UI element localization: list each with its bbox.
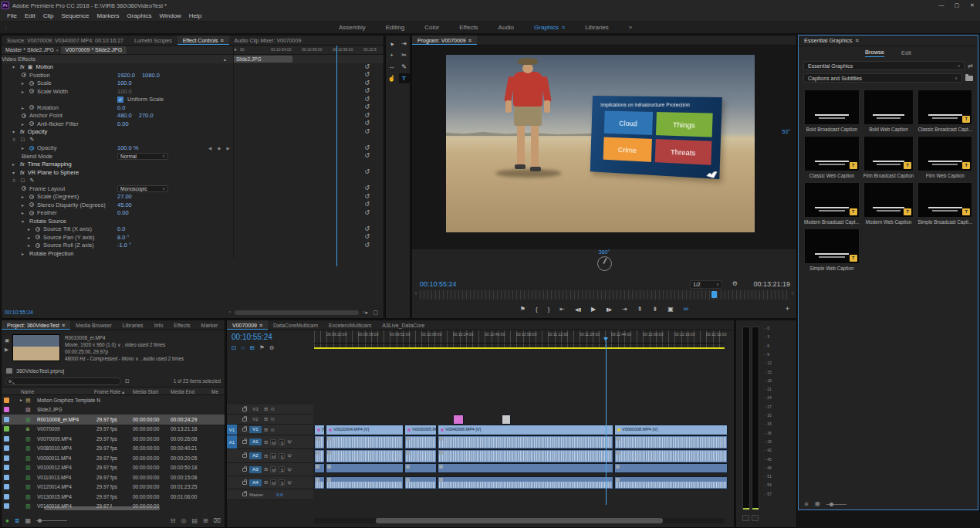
program-timecode[interactable]: 00:10:55:24 [420,280,457,288]
preview-play-icon[interactable]: ▶ [5,347,12,353]
track-lock-icon[interactable] [242,468,247,472]
audio-clip[interactable] [614,449,728,463]
workspace-tab-assembly[interactable]: Assembly [329,24,375,31]
reset-parameter-button[interactable]: ↺ [364,96,370,104]
track-header-a4[interactable]: A4⊞MSΨ [227,476,313,489]
keyframe-lane[interactable] [233,217,384,225]
scrollbar-thumb[interactable] [376,518,663,523]
vr-orientation-dial[interactable] [597,256,612,271]
source-patch[interactable] [227,463,237,476]
horizontal-scrollbar[interactable] [235,310,359,315]
reset-parameter-button[interactable]: ↺ [364,193,370,201]
track-target-a3[interactable]: A3 [249,466,262,473]
audio-clip[interactable] [314,463,325,473]
audio-clip[interactable] [326,435,404,449]
keyframe-lane[interactable]: ↺ [233,103,384,112]
keyframe-lane[interactable]: ↺ [233,112,384,120]
twirl-icon[interactable]: ▸ [22,194,26,199]
nest-sequence-toggle[interactable]: ⊡ [231,344,236,351]
column-header-media-start[interactable]: Media Start [133,389,158,394]
param-value[interactable]: 0.0 [117,225,125,232]
keyframe-lane[interactable]: ↺ [233,184,384,193]
label-color-swatch[interactable] [4,417,9,422]
track-header-v1[interactable]: V1V1⊞⊙ [227,425,313,435]
reset-parameter-button[interactable]: ↺ [364,209,370,218]
solo-button[interactable]: S [279,466,285,472]
column-header-frame-rate[interactable]: Frame Rate ▴ [94,389,124,395]
vr-angle-value[interactable]: 360° [412,249,796,255]
sequence-tab-exceleromulticam[interactable]: ExceleroMulticam [323,320,377,330]
mute-button[interactable]: M [270,466,276,472]
stopwatch-icon[interactable] [35,235,40,239]
menu-window[interactable]: Window [155,12,184,19]
param-value[interactable]: 8.0 ° [117,234,130,241]
reset-parameter-button[interactable]: ↺ [364,120,370,128]
reset-parameter-button[interactable]: ↺ [364,71,370,80]
project-row-v0070009-mp4[interactable]: ▥V0070009.MP429.97 fps00:00:00:0000:00:2… [2,434,225,444]
panel-tab-effect-controls[interactable]: Effect Controls≡ [177,36,229,45]
project-row-v0110013-mp4[interactable]: ▥V0110013.MP429.97 fps00:00:00:0000:00:1… [2,472,225,482]
project-tab-media-browser[interactable]: Media Browser [70,320,117,330]
twirl-icon[interactable]: ▸ [28,235,32,240]
menu-clip[interactable]: Clip [39,12,58,19]
reset-parameter-button[interactable]: ↺ [364,103,370,112]
effect-row-scale[interactable]: ▸Scale100.0↺ [2,80,384,88]
project-tab-effects[interactable]: Effects [168,320,195,330]
keyframe-lane[interactable]: ↺ [233,87,384,96]
type-tool[interactable]: T [399,73,410,83]
add-marker-button[interactable]: ⚑ [259,344,265,351]
mute-button[interactable]: M [270,479,276,486]
track-target-a4[interactable]: A4 [249,479,262,486]
keyframe-lane[interactable]: ↺ [233,152,384,161]
effect-row-anti-flicker-filter[interactable]: ▸Anti-flicker Filter0.00↺ [2,120,384,128]
solo-button[interactable]: S [279,479,285,486]
timeline-clip-v0030005-mp4-v[interactable]: V0030005.MP4 [V] [404,425,437,435]
effect-row-scale-degrees[interactable]: ▸Scale (Degrees)27.00↺ [2,193,384,201]
reset-parameter-button[interactable]: ↺ [364,184,370,193]
menu-file[interactable]: File [3,12,21,19]
effect-row-source-tilt-x-axis[interactable]: ▸Source Tilt (X axis)0.0↺ [2,225,384,234]
project-row-r0010008-er-mp4[interactable]: ▥R0010008_er.MP429.97 fps00:00:00:0000:0… [2,415,225,425]
track-header-a1[interactable]: A1A1⊞MSΨ [227,435,313,449]
project-row-v0070009[interactable]: ≣V007000929.97 fps00:00:00:0000:13:21:18 [2,425,225,435]
audio-clip[interactable] [614,435,728,449]
timeline-clip-v0040006-mp4-v[interactable]: V0040006.MP4 [V] [438,425,613,435]
solo-button[interactable]: S [279,439,285,445]
minimize-button[interactable]: — [934,2,949,8]
audio-clip[interactable] [614,476,728,489]
audio-clip[interactable] [326,463,404,473]
voice-over-record-icon[interactable]: Ψ [287,453,291,459]
project-file-row[interactable]: 360VideoTest.prproj [2,366,225,375]
keyframe-lane[interactable]: ↺ [233,225,384,234]
param-value[interactable]: 100.0 [117,80,132,86]
close-button[interactable]: ✕ [965,2,980,8]
effect-controls-playhead[interactable] [336,46,337,266]
source-patch[interactable] [227,404,237,414]
menu-markers[interactable]: Markers [93,12,123,19]
reset-parameter-button[interactable]: ↺ [364,80,370,88]
project-row-slide2-jpg[interactable]: ▨Slide2.JPG [2,405,225,415]
twirl-icon[interactable]: ▾ [12,129,17,134]
workspace-tab-libraries[interactable]: Libraries [576,24,618,31]
track-lock-icon[interactable] [242,428,247,432]
twirl-icon[interactable]: ▸ [28,242,32,248]
toggle-effects-button[interactable]: ▢ [373,310,378,316]
program-tab[interactable]: Program: V0070009 ≡ [412,36,477,45]
template-simple-web-caption[interactable]: TSimple Web Caption [804,228,860,271]
project-tab-marker[interactable]: Marker [196,320,224,330]
project-tab-libraries[interactable]: Libraries [117,320,149,330]
param-value[interactable]: 100.0 [117,88,132,95]
workspace-tab-effects[interactable]: Effects [450,24,487,31]
solo-button[interactable]: S [279,453,285,459]
keyframe-lane[interactable] [233,161,384,169]
collapse-lane-icon[interactable]: ▸ [235,46,237,52]
panel-tab-source[interactable]: Source: V0070009: V0340007.MP4: 00:10:16… [2,36,129,45]
track-header-a3[interactable]: A3⊞MSΨ [227,463,313,476]
icon-view-button[interactable]: ▦ [25,517,32,524]
keyframe-lane[interactable]: ↺ [233,128,384,137]
poster-frame-icon[interactable]: ▣ [5,337,12,344]
twirl-icon[interactable]: ▸ [22,80,26,86]
effect-row-rotate-source[interactable]: ▾Rotate Source [2,217,384,225]
effect-row-anchor-point[interactable]: Anchor Point480.0270.0↺ [2,112,384,120]
panel-menu-icon[interactable]: ≡ [856,38,859,43]
